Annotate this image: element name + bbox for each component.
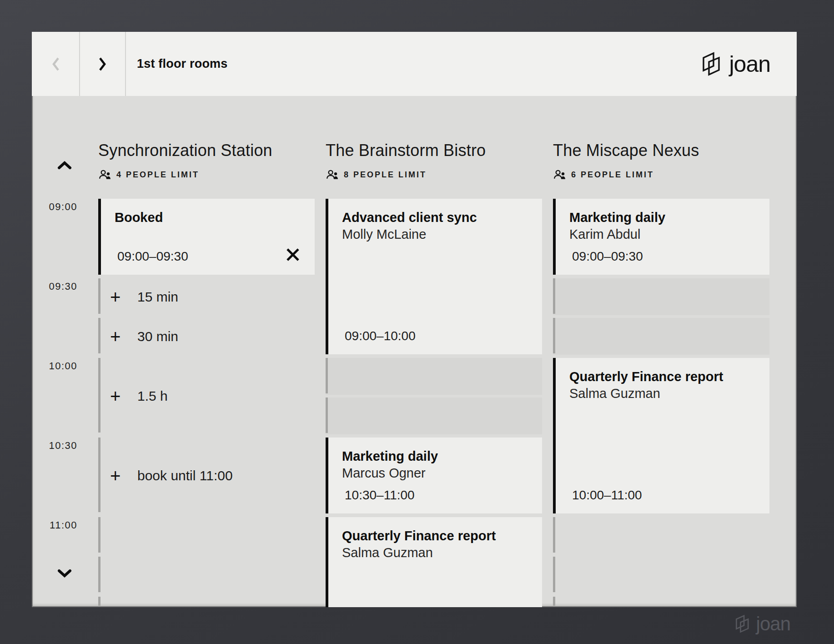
joan-device: 1st floor rooms joan 09:00 09:30 10:00 1… [0,0,834,644]
scroll-up-button[interactable] [55,158,74,172]
plus-icon: + [110,467,137,485]
plus-icon: + [110,327,137,346]
empty-slot [98,557,315,594]
plus-icon: + [110,387,137,405]
event-title: Marketing daily [342,448,528,464]
room-column-synchronization-station: Synchronization Station 4 PEOPLE LIMIT B… [98,32,315,607]
room-capacity: 8 PEOPLE LIMIT [326,169,427,180]
people-icon [326,169,339,180]
event-title: Quarterly Finance report [569,369,756,385]
time-label: 10:30 [32,440,77,452]
people-icon [553,169,566,180]
event-title: Advanced client sync [342,210,528,226]
bezel-joan-logo: joan [734,611,790,637]
event-time: 09:00–10:00 [345,329,416,343]
extend-option-book-until-11[interactable]: + book until 11:00 [98,438,315,513]
event-organizer: Karim Abdul [569,226,756,242]
time-label: 10:00 [32,360,77,372]
room-name: The Miscape Nexus [553,141,699,160]
extend-option-1-5-h[interactable]: + 1.5 h [98,358,315,434]
back-button[interactable] [32,32,79,96]
event-title: Quarterly Finance report [342,528,528,544]
event-card[interactable]: Marketing daily Marcus Ogner 10:30–11:00 [326,438,542,513]
event-organizer: Molly McLaine [342,226,528,242]
empty-slot [553,597,769,607]
event-time: 10:30–11:00 [345,488,415,503]
empty-slot [98,517,315,554]
bookable-slot[interactable] [553,278,769,315]
booking-card-booked: Booked 09:00–09:30 [98,199,315,275]
room-column-miscape-nexus: The Miscape Nexus 6 PEOPLE LIMIT Marketi… [553,32,769,607]
bookable-slot[interactable] [553,318,769,355]
event-organizer: Salma Guzman [569,386,756,402]
scroll-down-button[interactable] [55,567,74,580]
chevron-up-icon [57,161,72,170]
room-name: The Brainstorm Bistro [326,141,486,160]
chevron-left-icon [52,57,60,71]
close-icon [284,246,302,264]
room-column-brainstorm-bistro: The Brainstorm Bistro 8 PEOPLE LIMIT Adv… [326,32,542,607]
people-icon [99,169,111,180]
event-card[interactable]: Marketing daily Karim Abdul 09:00–09:30 [553,199,769,275]
display-screen: 1st floor rooms joan 09:00 09:30 10:00 1… [32,32,797,607]
event-title: Marketing daily [569,210,756,226]
event-organizer: Marcus Ogner [342,465,528,481]
time-label: 11:00 [32,519,77,531]
booking-time: 09:00–09:30 [117,249,188,264]
chevron-down-icon [57,569,72,578]
event-time: 09:00–09:30 [572,249,643,264]
bookable-slot[interactable] [326,358,542,395]
event-card[interactable]: Quarterly Finance report Salma Guzman [326,517,542,607]
plus-icon: + [110,288,137,306]
joan-logo-text: joan [756,613,790,635]
empty-slot [553,557,769,594]
event-time: 10:00–11:00 [572,488,642,503]
event-card[interactable]: Quarterly Finance report Salma Guzman 10… [553,358,769,513]
empty-slot [98,597,315,607]
empty-slot [553,517,769,554]
bookable-slot[interactable] [326,397,542,434]
event-card[interactable]: Advanced client sync Molly McLaine 09:00… [326,199,542,354]
time-label: 09:30 [32,281,77,292]
cancel-booking-button[interactable] [284,246,302,264]
time-label: 09:00 [32,201,77,213]
room-capacity: 6 PEOPLE LIMIT [553,169,654,180]
room-name: Synchronization Station [98,141,272,160]
event-organizer: Salma Guzman [342,545,528,561]
extend-option-15-min[interactable]: + 15 min [98,278,315,315]
booking-title: Booked [115,210,301,226]
joan-logo-icon [734,614,751,634]
extend-option-30-min[interactable]: + 30 min [98,318,315,355]
room-capacity: 4 PEOPLE LIMIT [99,169,199,180]
